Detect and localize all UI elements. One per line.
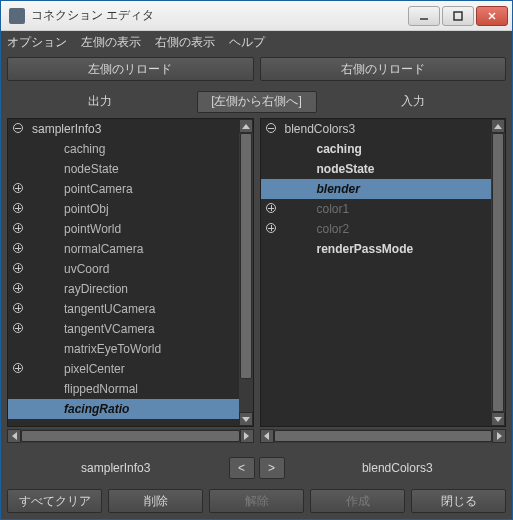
- tree-item-label: color1: [281, 202, 492, 216]
- reload-row: 左側のリロード 右側のリロード: [7, 53, 506, 85]
- collapse-icon[interactable]: [13, 123, 23, 133]
- tree-item[interactable]: rayDirection: [8, 279, 239, 299]
- expand-icon[interactable]: [13, 283, 23, 293]
- scroll-down-icon[interactable]: [239, 412, 253, 426]
- tree-item-label: pointCamera: [28, 182, 239, 196]
- tree-item[interactable]: flippedNormal: [8, 379, 239, 399]
- app-icon: [9, 8, 25, 24]
- scroll-left-icon[interactable]: [260, 429, 274, 443]
- tree-item[interactable]: pointObj: [8, 199, 239, 219]
- tree-root-label: blendColors3: [281, 122, 492, 136]
- tree-item[interactable]: blender: [261, 179, 492, 199]
- close-dialog-button[interactable]: 閉じる: [411, 489, 506, 513]
- clear-all-button[interactable]: すべてクリア: [7, 489, 102, 513]
- expand-icon[interactable]: [266, 203, 276, 213]
- reload-right-button[interactable]: 右側のリロード: [260, 57, 507, 81]
- nav-left-label: samplerInfo3: [7, 461, 225, 475]
- tree-item[interactable]: color2: [261, 219, 492, 239]
- tree-item[interactable]: color1: [261, 199, 492, 219]
- expand-icon[interactable]: [13, 303, 23, 313]
- tree-item[interactable]: matrixEyeToWorld: [8, 339, 239, 359]
- expand-icon[interactable]: [13, 323, 23, 333]
- tree-item-label: pointWorld: [28, 222, 239, 236]
- tree-item[interactable]: uvCoord: [8, 259, 239, 279]
- right-tree[interactable]: blendColors3cachingnodeStateblendercolor…: [261, 119, 492, 426]
- hscroll-row: [7, 429, 506, 443]
- scroll-left-icon[interactable]: [7, 429, 21, 443]
- tree-item-label: normalCamera: [28, 242, 239, 256]
- scroll-thumb[interactable]: [274, 430, 493, 442]
- delete-button[interactable]: 削除: [108, 489, 203, 513]
- menu-left-view[interactable]: 左側の表示: [81, 34, 141, 51]
- expand-icon[interactable]: [266, 223, 276, 233]
- menu-help[interactable]: ヘルプ: [229, 34, 265, 51]
- scroll-right-icon[interactable]: [240, 429, 254, 443]
- tree-item-label: nodeState: [28, 162, 239, 176]
- left-tree[interactable]: samplerInfo3cachingnodeStatepointCamerap…: [8, 119, 239, 426]
- tree-item[interactable]: caching: [8, 139, 239, 159]
- tree-root[interactable]: samplerInfo3: [8, 119, 239, 139]
- right-pane: blendColors3cachingnodeStateblendercolor…: [260, 118, 507, 427]
- right-hscrollbar[interactable]: [260, 429, 507, 443]
- scroll-thumb[interactable]: [21, 430, 240, 442]
- nav-prev-button[interactable]: <: [229, 457, 255, 479]
- scroll-track[interactable]: [274, 429, 493, 443]
- expand-icon[interactable]: [13, 263, 23, 273]
- close-button[interactable]: [476, 6, 508, 26]
- expand-icon[interactable]: [13, 203, 23, 213]
- tree-item[interactable]: pointWorld: [8, 219, 239, 239]
- tree-item-label: pointObj: [28, 202, 239, 216]
- scroll-up-icon[interactable]: [239, 119, 253, 133]
- left-hscrollbar[interactable]: [7, 429, 254, 443]
- tree-item[interactable]: caching: [261, 139, 492, 159]
- tree-item[interactable]: normalCamera: [8, 239, 239, 259]
- right-vscrollbar[interactable]: [491, 119, 505, 426]
- make-button[interactable]: 作成: [310, 489, 405, 513]
- tree-item[interactable]: facingRatio: [8, 399, 239, 419]
- expand-icon[interactable]: [13, 363, 23, 373]
- scroll-right-icon[interactable]: [492, 429, 506, 443]
- left-vscrollbar[interactable]: [239, 119, 253, 426]
- tree-item[interactable]: pointCamera: [8, 179, 239, 199]
- tree-item-label: facingRatio: [28, 402, 239, 416]
- tree-item[interactable]: nodeState: [8, 159, 239, 179]
- scroll-thumb[interactable]: [240, 133, 252, 379]
- scroll-up-icon[interactable]: [491, 119, 505, 133]
- tree-item[interactable]: tangentUCamera: [8, 299, 239, 319]
- nav-right-label: blendColors3: [289, 461, 507, 475]
- tree-item[interactable]: nodeState: [261, 159, 492, 179]
- expand-icon[interactable]: [13, 223, 23, 233]
- menu-options[interactable]: オプション: [7, 34, 67, 51]
- tree-item-label: uvCoord: [28, 262, 239, 276]
- tree-item-label: matrixEyeToWorld: [28, 342, 239, 356]
- nav-row: samplerInfo3 < > blendColors3: [7, 443, 506, 489]
- left-pane: samplerInfo3cachingnodeStatepointCamerap…: [7, 118, 254, 427]
- scroll-track[interactable]: [491, 133, 505, 412]
- tree-item-label: flippedNormal: [28, 382, 239, 396]
- client-area: 左側のリロード 右側のリロード 出力 [左側から右側へ] 入力 samplerI…: [1, 53, 512, 519]
- nav-next-button[interactable]: >: [259, 457, 285, 479]
- tree-item-label: rayDirection: [28, 282, 239, 296]
- collapse-icon[interactable]: [266, 123, 276, 133]
- tree-root[interactable]: blendColors3: [261, 119, 492, 139]
- scroll-thumb[interactable]: [492, 133, 504, 412]
- minimize-button[interactable]: [408, 6, 440, 26]
- direction-button[interactable]: [左側から右側へ]: [197, 91, 317, 113]
- titlebar[interactable]: コネクション エディタ: [1, 1, 512, 31]
- menubar: オプション 左側の表示 右側の表示 ヘルプ: [1, 31, 512, 53]
- tree-item-label: nodeState: [281, 162, 492, 176]
- expand-icon[interactable]: [13, 243, 23, 253]
- column-headers: 出力 [左側から右側へ] 入力: [7, 89, 506, 114]
- reload-left-button[interactable]: 左側のリロード: [7, 57, 254, 81]
- tree-item-label: color2: [281, 222, 492, 236]
- maximize-button[interactable]: [442, 6, 474, 26]
- scroll-track[interactable]: [21, 429, 240, 443]
- remove-button[interactable]: 解除: [209, 489, 304, 513]
- scroll-down-icon[interactable]: [491, 412, 505, 426]
- tree-item[interactable]: pixelCenter: [8, 359, 239, 379]
- scroll-track[interactable]: [239, 133, 253, 412]
- menu-right-view[interactable]: 右側の表示: [155, 34, 215, 51]
- tree-item[interactable]: tangentVCamera: [8, 319, 239, 339]
- tree-item[interactable]: renderPassMode: [261, 239, 492, 259]
- expand-icon[interactable]: [13, 183, 23, 193]
